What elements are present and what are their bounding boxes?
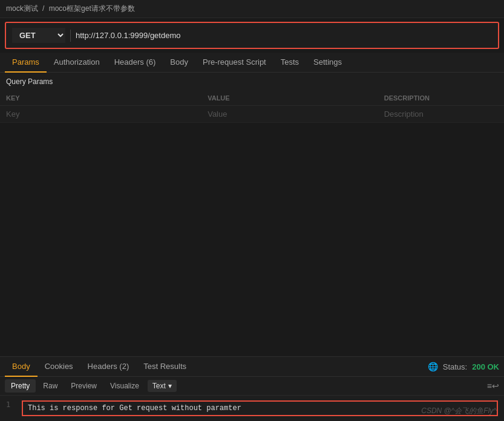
param-key-cell[interactable]: Key (0, 106, 201, 123)
status-code: 200 OK (472, 362, 499, 371)
format-tab-raw[interactable]: Raw (37, 379, 64, 393)
format-tab-visualize[interactable]: Visualize (104, 379, 145, 393)
breadcrumb-sep: / (42, 4, 44, 13)
params-table: KEY VALUE DESCRIPTION Key Value Descript… (0, 91, 504, 123)
tab-params[interactable]: Params (5, 53, 47, 73)
table-row: Key Value Description (0, 106, 504, 123)
chevron-down-icon: ▾ (168, 382, 172, 390)
tab-headers[interactable]: Headers (6) (107, 53, 163, 73)
watermark: CSDN @^会飞的鱼Fly^ (421, 406, 497, 416)
request-section: GET POST PUT DELETE Params Authorization… (0, 18, 504, 123)
breadcrumb-root[interactable]: mock测试 (6, 4, 38, 13)
tab-authorization[interactable]: Authorization (47, 53, 107, 73)
status-label: Status: (443, 362, 467, 371)
tab-tests[interactable]: Tests (273, 53, 306, 73)
tab-pre-request[interactable]: Pre-request Script (195, 53, 273, 73)
tab-response-cookies[interactable]: Cookies (38, 357, 80, 377)
query-params-label: Query Params (0, 73, 504, 91)
text-format-label: Text (152, 382, 166, 390)
col-header-key: KEY (0, 91, 201, 106)
line-number: 1 (6, 400, 16, 409)
breadcrumb: mock测试 / moco框架get请求不带参数 (0, 0, 504, 18)
text-format-dropdown[interactable]: Text ▾ (148, 380, 177, 392)
col-header-value: VALUE (201, 91, 378, 106)
tab-response-headers[interactable]: Headers (2) (80, 357, 137, 377)
format-tabs-row: Pretty Raw Preview Visualize Text ▾ ≡↩ (0, 377, 504, 396)
request-bar: GET POST PUT DELETE (5, 22, 499, 49)
tab-settings[interactable]: Settings (306, 53, 349, 73)
tab-response-body[interactable]: Body (5, 357, 38, 377)
url-input[interactable] (76, 31, 492, 40)
request-tabs-row: Params Authorization Headers (6) Body Pr… (0, 53, 504, 73)
format-tab-preview[interactable]: Preview (65, 379, 103, 393)
format-tab-pretty[interactable]: Pretty (5, 379, 36, 393)
method-select[interactable]: GET POST PUT DELETE (12, 28, 65, 43)
body-area (0, 123, 504, 356)
tab-response-test-results[interactable]: Test Results (136, 357, 194, 377)
param-desc-cell[interactable]: Description (378, 106, 504, 123)
response-status: 🌐 Status: 200 OK (428, 362, 499, 371)
wrap-icon[interactable]: ≡↩ (487, 381, 499, 391)
globe-icon: 🌐 (428, 362, 438, 371)
breadcrumb-current: moco框架get请求不带参数 (49, 4, 135, 13)
response-tabs-row: Body Cookies Headers (2) Test Results 🌐 … (0, 356, 504, 377)
param-value-cell[interactable]: Value (201, 106, 378, 123)
main-container: mock测试 / moco框架get请求不带参数 GET POST PUT DE… (0, 0, 504, 421)
url-divider (70, 30, 71, 42)
col-header-desc: DESCRIPTION (378, 91, 504, 106)
tab-body[interactable]: Body (163, 53, 195, 73)
